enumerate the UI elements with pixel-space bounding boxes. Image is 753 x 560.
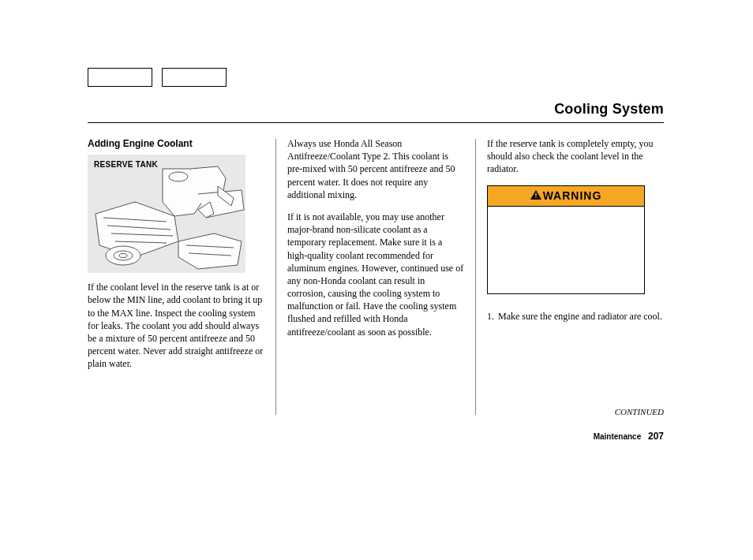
warning-header: WARNING [488,186,644,207]
svg-point-5 [106,246,140,265]
subheading: Adding Engine Coolant [88,137,264,150]
continued-label: CONTINUED [615,407,664,416]
step-number: 1. [487,310,498,323]
svg-point-0 [169,172,188,181]
warning-triangle-icon [530,189,541,203]
reserve-tank-figure: RESERVE TANK [88,155,245,273]
section-name: Maintenance [594,432,642,441]
column-3: If the reserve tank is completely empty,… [476,137,664,421]
svg-rect-10 [535,193,537,196]
column-2: Always use Honda All Season Antifreeze/C… [276,137,475,421]
step-item: 1. Make sure the engine and radiator are… [487,310,664,323]
page-footer: Maintenance 207 [594,431,664,442]
nav-button-1[interactable] [88,68,152,87]
engine-diagram-icon [88,155,245,273]
nav-button-2[interactable] [162,68,227,87]
warning-body [488,207,644,293]
warning-callout: WARNING [487,185,645,295]
column-1: Adding Engine Coolant RESERVE TANK [88,137,275,421]
page-title: Cooling System [88,101,664,123]
paragraph: Always use Honda All Season Antifreeze/C… [287,137,464,201]
step-text: Make sure the engine and radiator are co… [498,310,662,323]
svg-rect-11 [535,197,537,199]
content-columns: Adding Engine Coolant RESERVE TANK [88,137,664,421]
manual-page: Cooling System Adding Engine Coolant RES… [88,68,664,421]
paragraph: If it is not available, you may use anot… [287,211,464,338]
paragraph: If the reserve tank is completely empty,… [487,137,664,176]
page-number: 207 [648,431,664,442]
nav-button-row [88,68,664,87]
warning-label: WARNING [543,189,602,202]
paragraph: If the coolant level in the reserve tank… [88,281,264,370]
